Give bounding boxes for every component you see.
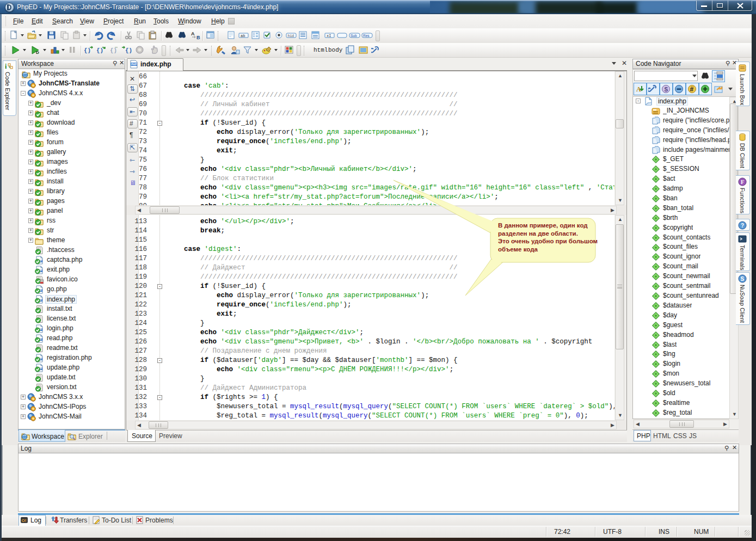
svg-text:B: B <box>196 35 200 40</box>
svg-text:PHP: PHP <box>131 63 137 66</box>
svg-text:{): {) <box>110 47 117 54</box>
svg-text:S: S <box>665 87 668 93</box>
svg-text:xI: xI <box>327 34 331 38</box>
svg-text:{): {) <box>96 47 103 54</box>
svg-text:?: ? <box>741 223 744 229</box>
svg-text:#: # <box>690 85 694 93</box>
svg-text:hid: hid <box>288 34 294 38</box>
svg-text:ab: ab <box>241 34 245 38</box>
svg-text:D: D <box>36 50 39 55</box>
svg-text:F: F <box>741 179 744 185</box>
svg-text:A: A <box>191 31 195 36</box>
svg-text:S: S <box>741 276 745 282</box>
svg-text:{): {) <box>125 47 132 54</box>
svg-text:Sub: Sub <box>351 34 357 38</box>
svg-text:O!: O! <box>22 518 27 523</box>
svg-text:Res: Res <box>363 34 370 38</box>
svg-text:{): {) <box>84 47 91 54</box>
svg-text:i: i <box>5 63 7 70</box>
